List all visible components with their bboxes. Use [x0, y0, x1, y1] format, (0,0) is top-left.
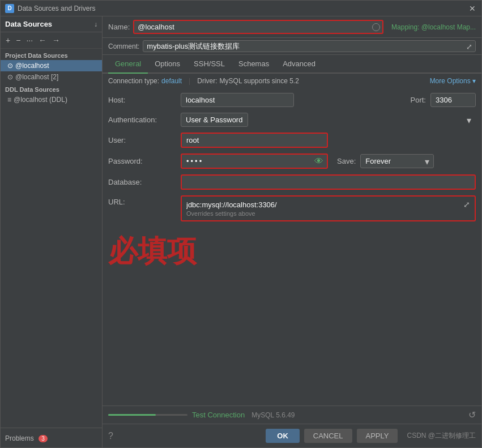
left-panel: Data Sources ↓ + − ··· ← → Project Data … — [1, 16, 103, 447]
url-hint: Overrides settings above — [186, 210, 470, 217]
refresh-icon[interactable]: ↺ — [468, 409, 476, 420]
more-options-button[interactable]: More Options ▾ — [430, 77, 476, 85]
host-row: Host: Port: — [108, 93, 476, 107]
tab-ssh-ssl[interactable]: SSH/SSL — [187, 55, 232, 74]
close-button[interactable]: ✕ — [468, 4, 477, 13]
back-button[interactable]: ← — [37, 35, 48, 46]
host-label: Host: — [108, 96, 176, 104]
auth-row: Authentication: User & Password No auth … — [108, 113, 476, 127]
tab-schemas[interactable]: Schemas — [232, 55, 276, 74]
name-row: Name: Mapping: @localhost Map... — [103, 16, 481, 38]
url-input-row: ⤢ — [186, 200, 470, 209]
db-icon-2: ⊙ — [7, 73, 13, 81]
progress-bar — [108, 414, 187, 416]
port-label: Port: — [411, 96, 426, 104]
name-input-wrap — [133, 20, 383, 34]
tabs-row: General Options SSH/SSL Schemas Advanced — [103, 55, 481, 74]
password-row: Password: 👁 Save: Forever Until restart … — [108, 153, 476, 169]
driver-label: Driver: — [197, 77, 217, 85]
ddl-item-localhost[interactable]: ≡ @localhost (DDL) — [1, 94, 102, 105]
project-item-localhost-2[interactable]: ⊙ @localhost [2] — [1, 71, 102, 83]
user-row: User: — [108, 133, 476, 148]
form-area: Host: Port: Authentication: User & Passw… — [103, 88, 481, 406]
project-item-label-2: @localhost [2] — [15, 73, 58, 81]
panel-title: Data Sources — [5, 20, 92, 28]
port-input[interactable] — [430, 93, 476, 107]
main-content: Data Sources ↓ + − ··· ← → Project Data … — [1, 16, 481, 447]
driver-value: MySQL supports since 5.2 — [220, 77, 299, 85]
comment-expand-icon[interactable]: ⤢ — [466, 42, 472, 50]
name-label: Name: — [108, 23, 130, 31]
cancel-button[interactable]: CANCEL — [304, 429, 352, 443]
project-item-label: @localhost — [15, 62, 49, 70]
window-title: Data Sources and Drivers — [18, 5, 468, 12]
password-input[interactable] — [181, 153, 328, 169]
comment-row: Comment: ⤢ — [103, 38, 481, 55]
save-select[interactable]: Forever Until restart Never — [360, 154, 434, 168]
url-expand-icon[interactable]: ⤢ — [463, 200, 470, 209]
mapping-label: Mapping: @localhost Map... — [391, 23, 476, 31]
ok-button[interactable]: OK — [266, 429, 300, 443]
mysql-version-label: MySQL 5.6.49 — [251, 411, 295, 419]
host-input[interactable] — [181, 93, 294, 107]
project-item-localhost[interactable]: ⊙ @localhost — [1, 60, 102, 71]
url-section: ⤢ Overrides settings above — [181, 195, 476, 221]
name-circle-icon — [372, 23, 380, 31]
database-row: Database: — [108, 174, 476, 190]
password-input-wrap: 👁 — [181, 153, 328, 169]
sort-icon[interactable]: ↓ — [94, 20, 97, 28]
comment-input[interactable] — [143, 40, 476, 52]
forward-button[interactable]: → — [50, 35, 62, 46]
more-button[interactable]: ··· — [24, 35, 35, 46]
help-icon[interactable]: ? — [108, 431, 113, 441]
csdn-label: CSDN @二进制修理工 — [407, 431, 476, 441]
name-input[interactable] — [133, 20, 383, 34]
conn-type-value: default — [161, 77, 182, 85]
tab-general[interactable]: General — [108, 55, 148, 74]
user-label: User: — [108, 136, 176, 144]
save-label: Save: — [337, 157, 356, 165]
save-select-wrap: Forever Until restart Never — [360, 154, 434, 168]
app-icon: D — [5, 4, 14, 13]
tab-advanced[interactable]: Advanced — [276, 55, 322, 74]
port-section: Port: — [411, 93, 476, 107]
problems-section: Problems 3 — [1, 428, 102, 447]
url-input[interactable] — [186, 200, 461, 209]
comment-label: Comment: — [108, 42, 139, 50]
problems-label: Problems — [5, 434, 34, 442]
auth-label: Authentication: — [108, 116, 176, 124]
left-toolbar: + − ··· ← → — [1, 32, 102, 49]
db-icon: ⊙ — [7, 62, 13, 70]
ddl-icon: ≡ — [7, 96, 11, 104]
database-label: Database: — [108, 178, 176, 186]
user-input[interactable] — [181, 133, 328, 148]
ddl-section-header: DDL Data Sources — [1, 83, 102, 94]
ddl-item-label: @localhost (DDL) — [14, 96, 67, 104]
test-connection-button[interactable]: Test Connection — [192, 411, 245, 419]
database-input-wrap — [181, 174, 476, 190]
password-label: Password: — [108, 157, 176, 165]
bottom-bar: Test Connection MySQL 5.6.49 ↺ — [103, 406, 481, 424]
conn-type-label: Connection type: — [108, 77, 159, 85]
eye-icon[interactable]: 👁 — [314, 156, 323, 167]
database-input[interactable] — [181, 174, 476, 190]
conn-info-row: Connection type: default | Driver: MySQL… — [103, 74, 481, 88]
auth-select[interactable]: User & Password No auth LDAP Kerberos — [181, 113, 248, 127]
add-button[interactable]: + — [4, 35, 12, 46]
tab-options[interactable]: Options — [148, 55, 187, 74]
url-row: URL: ⤢ Overrides settings above — [108, 195, 476, 221]
problems-badge: 3 — [39, 435, 48, 442]
apply-button[interactable]: APPLY — [357, 429, 398, 443]
progress-bar-fill — [108, 414, 156, 416]
comment-input-wrap: ⤢ — [143, 40, 476, 52]
remove-button[interactable]: − — [14, 35, 22, 46]
url-label: URL: — [108, 195, 176, 206]
main-window: D Data Sources and Drivers ✕ Data Source… — [0, 0, 482, 448]
left-header: Data Sources ↓ — [1, 16, 102, 32]
auth-select-wrap: User & Password No auth LDAP Kerberos — [181, 113, 476, 127]
action-buttons: ? OK CANCEL APPLY CSDN @二进制修理工 — [103, 424, 481, 447]
project-section-header: Project Data Sources — [1, 49, 102, 60]
title-bar: D Data Sources and Drivers ✕ — [1, 1, 481, 16]
right-panel: 必填项 Name: Mapping: @localhost Map... Com… — [103, 16, 481, 447]
